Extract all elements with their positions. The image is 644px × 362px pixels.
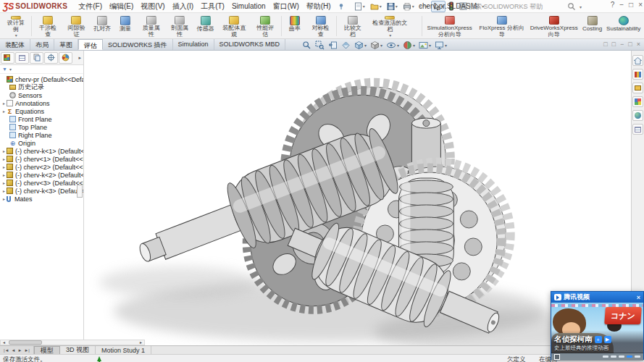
expand-arrow-icon[interactable]: ▸ [1, 188, 7, 193]
tree-item-equations[interactable]: ▸ΣEquations [0, 107, 83, 115]
featuremanager-design-tree-tab[interactable] [1, 52, 14, 64]
tab-assembly[interactable]: 装配体 [0, 39, 30, 50]
tab-solidworks-addins[interactable]: SOLIDWORKS 插件 [103, 39, 173, 50]
ribbon-tool-sensor[interactable]: 传感器 [194, 14, 217, 38]
tree-item-component[interactable]: ▸(-) cherv-k<3> (Default<< [0, 187, 83, 195]
tab-model[interactable]: 模型 [34, 346, 60, 354]
ribbon-tool-costing[interactable]: Costing [580, 14, 605, 38]
ad-close-button[interactable]: × [637, 294, 640, 301]
ribbon-tool-measure[interactable]: 测量 [114, 14, 137, 38]
ribbon-tool-driveworksxpress[interactable]: DriveWorksXpress 向导 [528, 14, 580, 38]
help-search-box[interactable]: ? 搜索 SOLIDWORKS 帮助 ▾ [459, 1, 582, 12]
hide-show-items-button[interactable]: ▾ [385, 41, 400, 50]
menu-file[interactable]: 文件(F) [75, 1, 106, 12]
minimize-button[interactable]: − [619, 1, 624, 9]
ribbon-tool-mass-properties[interactable]: 质量属性 [137, 14, 165, 38]
ribbon-tool-hole-alignment[interactable]: 孔对齐 [91, 14, 114, 38]
expand-arrow-icon[interactable]: ▸ [1, 101, 7, 106]
panel-expand-chevron-icon[interactable]: ▸ [78, 55, 83, 61]
ribbon-tool-design-study[interactable]: 设计算例 ▾ [1, 14, 30, 38]
ribbon-tool-interference-detection[interactable]: 干涉检查 [33, 14, 62, 38]
ribbon-tool-simulationxpress[interactable]: SimulationXpress 分析向导 [424, 14, 476, 38]
tree-item-sensors[interactable]: Sensors [0, 91, 83, 99]
property-manager-tab[interactable] [15, 52, 29, 64]
configuration-manager-tab[interactable] [30, 52, 43, 64]
appearances-scenes-button[interactable] [632, 110, 643, 121]
open-document-button[interactable]: ▾ [368, 1, 384, 12]
menu-insert[interactable]: 插入(I) [169, 1, 197, 12]
tree-item-component[interactable]: ▸(-) cherv-k<2> (Default<< [0, 171, 83, 179]
tab-solidworks-mbd[interactable]: SOLIDWORKS MBD [214, 39, 286, 50]
section-view-button[interactable] [340, 41, 351, 50]
tree-item-component[interactable]: ▸(-) cherv<3> (Default<<D [0, 179, 83, 187]
expand-arrow-icon[interactable]: ▸ [1, 172, 7, 177]
add-badge-icon[interactable]: + [595, 336, 602, 343]
ribbon-tool-sustainability[interactable]: Sustainability [604, 14, 643, 38]
tree-item-component[interactable]: ▸(-) cherv<2> (Default<<D [0, 163, 83, 171]
ribbon-tool-compare-documents[interactable]: 比较文档 [338, 14, 367, 38]
doc-window-icon[interactable]: □ [603, 41, 607, 48]
doc-window-icon[interactable]: □ [612, 41, 616, 48]
apply-scene-button[interactable]: ▾ [418, 41, 432, 50]
restore-button[interactable]: □ [629, 1, 633, 9]
tree-item-mates[interactable]: ▸Mates [0, 195, 83, 203]
panel-horizontal-scrollbar[interactable]: ◄ ► [0, 340, 145, 345]
tree-item-history[interactable]: 历史记录 [0, 83, 83, 91]
zoom-to-fit-button[interactable] [301, 41, 312, 50]
tab-layout[interactable]: 布局 [30, 39, 54, 50]
ribbon-tool-curvature[interactable]: 曲率 [283, 14, 306, 38]
menu-edit[interactable]: 编辑(E) [106, 1, 137, 12]
app-help-button[interactable]: ? [611, 1, 615, 9]
save-button[interactable]: ▾ [385, 1, 400, 12]
doc-restore-button[interactable]: □ [628, 41, 632, 48]
tree-item-component[interactable]: ▸(-) cherv-k<1> (Default<< [0, 147, 83, 155]
menu-tools[interactable]: 工具(T) [197, 1, 228, 12]
view-settings-button[interactable]: ▾ [434, 41, 448, 50]
ribbon-tool-assembly-visualization[interactable]: 装配体直观 [217, 14, 251, 38]
last-tab-button[interactable]: ►| [24, 348, 30, 353]
next-tab-button[interactable]: ► [17, 348, 22, 353]
doc-minimize-button[interactable]: − [620, 41, 624, 48]
expand-arrow-icon[interactable]: ▸ [1, 156, 7, 161]
ribbon-tool-section-properties[interactable]: 剖面属性 [165, 14, 193, 38]
ribbon-tool-floxpress[interactable]: FloXpress 分析向导 [476, 14, 528, 38]
expand-arrow-icon[interactable]: ▸ [1, 196, 7, 201]
tree-root-assembly[interactable]: cherv-pr (Default<<Default> [0, 75, 83, 83]
expand-arrow-icon[interactable]: ▸ [1, 164, 7, 169]
zoom-to-area-button[interactable] [314, 41, 325, 50]
gear-assembly-model[interactable] [85, 51, 631, 345]
tab-3d-views[interactable]: 3D 视图 [60, 346, 96, 354]
tree-item-right-plane[interactable]: Right Plane [0, 131, 83, 139]
view-palette-button[interactable] [632, 96, 643, 107]
file-explorer-button[interactable] [632, 83, 643, 93]
tree-item-annotations[interactable]: ▸Annotations [0, 99, 83, 107]
previous-tab-button[interactable]: ◄ [12, 348, 16, 353]
edit-appearance-button[interactable]: ▾ [402, 41, 416, 50]
graphics-viewport[interactable] [85, 51, 631, 345]
tab-simulation[interactable]: Simulation [173, 39, 214, 50]
tab-motion-study-1[interactable]: Motion Study 1 [96, 346, 151, 354]
expand-arrow-icon[interactable]: ▸ [1, 109, 7, 114]
close-button[interactable]: × [638, 1, 643, 9]
menu-help[interactable]: 帮助(H) [303, 1, 335, 12]
ad-image[interactable]: コナン 名侦探柯南 + ▶ 史上最经典的推理动画 [551, 303, 643, 361]
tree-item-origin[interactable]: ⊕Origin [0, 139, 83, 147]
tab-evaluate[interactable]: 评估 [78, 39, 103, 50]
design-library-button[interactable] [632, 69, 643, 80]
display-manager-tab[interactable] [59, 52, 72, 64]
view-orientation-button[interactable]: ▾ [354, 41, 367, 50]
tree-item-front-plane[interactable]: Front Plane [0, 115, 83, 123]
tree-filter-row[interactable]: ▼ ▾ [0, 65, 83, 74]
dimxpert-manager-tab[interactable] [44, 52, 58, 64]
play-badge-icon[interactable]: ▶ [604, 336, 611, 343]
scroll-right-arrow[interactable]: ► [138, 340, 144, 345]
expand-arrow-icon[interactable]: ▸ [1, 180, 7, 185]
scroll-left-arrow[interactable]: ◄ [1, 340, 7, 345]
menu-window[interactable]: 窗口(W) [269, 1, 303, 12]
first-tab-button[interactable]: |◄ [4, 348, 9, 353]
tab-sketch[interactable]: 草图 [54, 39, 78, 50]
expand-arrow-icon[interactable]: ▸ [1, 148, 7, 153]
print-button[interactable]: ▾ [401, 1, 417, 12]
tree-item-component[interactable]: ▸(-) cherv<1> (Default<<D [0, 155, 83, 163]
custom-properties-button[interactable] [632, 124, 643, 135]
